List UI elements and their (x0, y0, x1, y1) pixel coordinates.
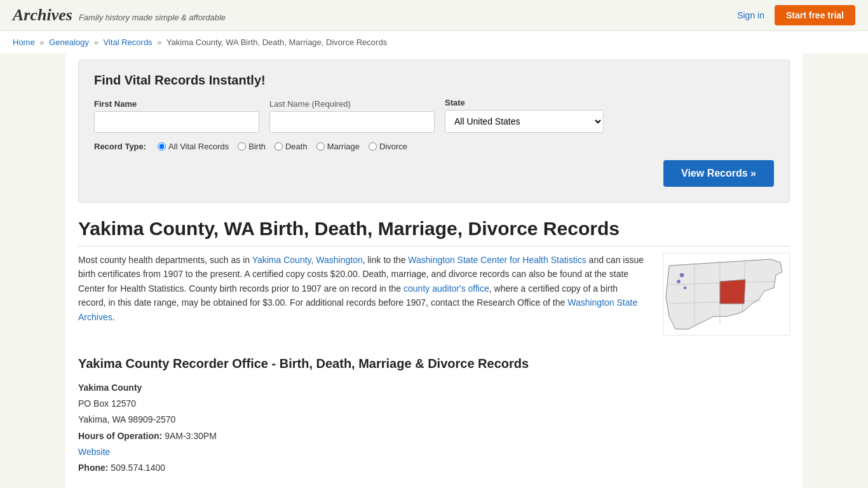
page-title: Yakima County, WA Birth, Death, Marriage… (78, 218, 790, 247)
record-type-birth-radio[interactable] (238, 142, 246, 151)
record-type-divorce[interactable]: Divorce (369, 142, 407, 151)
breadcrumb-current: Yakima County, WA Birth, Death, Marriage… (166, 37, 387, 47)
svg-point-6 (680, 273, 684, 277)
office-phone-row: Phone: 509.574.1400 (78, 460, 790, 476)
breadcrumb-sep-3: » (157, 37, 161, 47)
office-info: Yakima County PO Box 12570 Yakima, WA 98… (78, 380, 790, 476)
wa-health-stats-link[interactable]: Washington State Center for Health Stati… (408, 255, 586, 265)
header: Archives Family history made simple & af… (0, 0, 868, 31)
yakima-county-link[interactable]: Yakima County, Washington (252, 255, 363, 265)
office-website: Website (78, 444, 790, 460)
header-right: Sign in Start free trial (737, 5, 855, 25)
breadcrumb-vital-records[interactable]: Vital Records (104, 37, 153, 47)
breadcrumb-sep-1: » (39, 37, 44, 47)
breadcrumb: Home » Genealogy » Vital Records » Yakim… (0, 31, 868, 53)
record-type-birth[interactable]: Birth (238, 142, 266, 151)
header-left: Archives Family history made simple & af… (13, 6, 226, 25)
first-name-group: First Name (94, 99, 259, 133)
header-tagline: Family history made simple & affordable (79, 13, 226, 22)
last-name-input[interactable] (269, 111, 435, 133)
phone-label: Phone: (78, 463, 108, 473)
state-select[interactable]: All United States (445, 110, 604, 133)
svg-point-8 (684, 287, 686, 289)
search-action-row: View Records » (94, 160, 774, 187)
search-box: Find Vital Records Instantly! First Name… (78, 60, 790, 203)
record-type-label: Record Type: (94, 142, 146, 151)
map-container (663, 253, 790, 337)
first-name-label: First Name (94, 99, 259, 109)
record-type-all-radio[interactable] (158, 142, 166, 151)
record-type-row: Record Type: All Vital Records Birth Dea… (94, 142, 774, 151)
recorder-office-heading: Yakima County Recorder Office - Birth, D… (78, 356, 790, 371)
phone-value: 509.574.1400 (111, 463, 165, 473)
start-trial-button[interactable]: Start free trial (775, 5, 855, 25)
view-records-button[interactable]: View Records » (663, 160, 774, 187)
hours-value: 9AM-3:30PM (165, 431, 217, 441)
svg-point-7 (677, 280, 681, 283)
wa-state-map (663, 253, 790, 336)
office-hours: Hours of Operation: 9AM-3:30PM (78, 428, 790, 444)
record-type-all[interactable]: All Vital Records (158, 142, 229, 151)
hours-label: Hours of Operation: (78, 431, 162, 441)
office-name: Yakima County (78, 380, 790, 396)
wa-archives-link[interactable]: Washington State Archives (78, 297, 637, 322)
office-website-link[interactable]: Website (78, 447, 110, 457)
breadcrumb-home[interactable]: Home (13, 37, 35, 47)
county-auditor-link[interactable]: county auditor's office (403, 283, 489, 294)
state-group: State All United States (445, 98, 604, 133)
main-content: Find Vital Records Instantly! First Name… (65, 53, 803, 488)
sign-in-link[interactable]: Sign in (737, 10, 764, 20)
breadcrumb-sep-2: » (94, 37, 98, 47)
search-fields: First Name Last Name (Required) State Al… (94, 98, 774, 133)
record-type-death[interactable]: Death (275, 142, 308, 151)
state-label: State (445, 98, 604, 107)
office-address1: PO Box 12570 (78, 396, 790, 412)
record-type-divorce-radio[interactable] (369, 142, 377, 151)
content-area: Most county health departments, such as … (78, 253, 790, 337)
record-type-options: All Vital Records Birth Death Marriage D… (158, 142, 407, 151)
record-type-marriage[interactable]: Marriage (316, 142, 360, 151)
last-name-label: Last Name (Required) (269, 99, 435, 109)
breadcrumb-genealogy[interactable]: Genealogy (49, 37, 89, 47)
record-type-death-radio[interactable] (275, 142, 283, 151)
search-title: Find Vital Records Instantly! (94, 73, 774, 88)
content-text: Most county health departments, such as … (78, 253, 648, 337)
intro-paragraph: Most county health departments, such as … (78, 253, 648, 324)
office-address2: Yakima, WA 98909-2570 (78, 412, 790, 428)
site-logo: Archives (13, 6, 72, 25)
record-type-marriage-radio[interactable] (316, 142, 325, 151)
first-name-input[interactable] (94, 111, 259, 133)
last-name-group: Last Name (Required) (269, 99, 435, 133)
